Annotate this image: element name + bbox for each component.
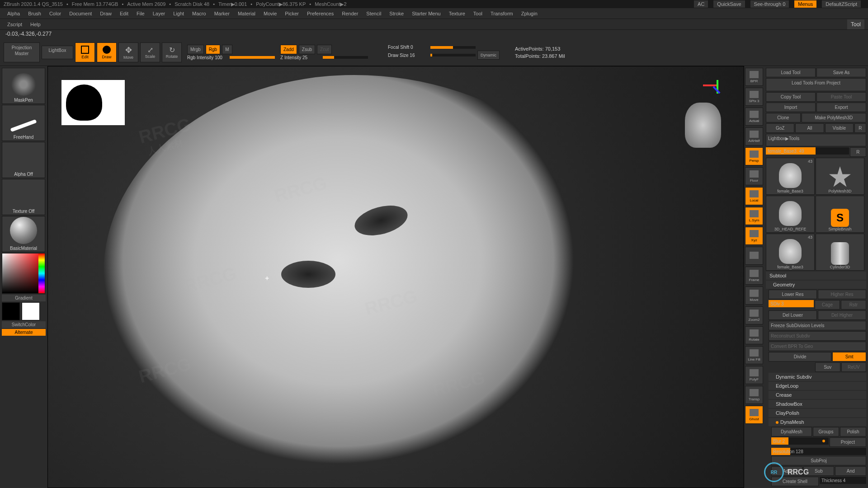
goz-r-button[interactable]: R [854,123,866,133]
crease-section[interactable]: Crease [769,391,866,399]
and-button[interactable]: And [835,466,866,476]
side-line-fill-button[interactable]: Line Fill [745,346,763,364]
axis-gizmo[interactable] [703,80,726,103]
lightbox-tools-button[interactable]: Lightbox▶Tools [766,134,866,147]
move-mode-button[interactable]: ✥Move [118,42,138,62]
side-frame-button[interactable]: Frame [745,267,763,285]
shadowbox-section[interactable]: ShadowBox [769,400,866,408]
z-intensity-slider[interactable] [323,56,368,59]
mrgb-button[interactable]: Mrgb [187,45,204,54]
switch-color-button[interactable]: SwitchColor [2,321,46,328]
groups-button[interactable]: Groups [813,427,839,436]
freeze-subd-button[interactable]: Freeze SubDivision Levels [769,321,866,330]
menu-zplugin[interactable]: Zplugin [518,9,541,18]
import-button[interactable]: Import [766,103,816,112]
menu-starter-menu[interactable]: Starter Menu [408,9,444,18]
menu-color[interactable]: Color [46,9,65,18]
draw-mode-button[interactable]: Draw [97,42,117,62]
dynamesh-section[interactable]: DynaMesh [769,418,866,426]
menu-tool[interactable]: Tool [470,9,486,18]
lightbox-button[interactable]: LightBox [42,46,73,59]
del-higher-button[interactable]: Del Higher [818,310,866,320]
menu-draw[interactable]: Draw [96,9,115,18]
tool-thumb-3d_head_refe[interactable]: 3D_HEAD_REFE [766,196,815,233]
side-bpr-button[interactable]: BPR [745,68,763,86]
menu-stencil[interactable]: Stencil [363,9,385,18]
menus-button[interactable]: Menus [794,0,816,8]
sdiv-slider[interactable]: SDiv 3 [769,300,814,307]
menu-light[interactable]: Light [170,9,188,18]
quicksave-button[interactable]: QuickSave [713,0,745,8]
secondary-color-swatch[interactable] [2,302,20,320]
clone-button[interactable]: Clone [766,113,801,122]
convert-bpr-button[interactable]: Convert BPR To Geo [769,342,866,351]
brush-selector[interactable]: MaskPen [2,68,45,104]
side-zoom2-button[interactable]: Zoom2 [745,306,763,324]
load-project-button[interactable]: Load Tools From Project [766,78,866,91]
suv-button[interactable]: Suv [815,362,840,372]
texture-selector[interactable]: Texture Off [2,179,45,215]
save-as-button[interactable]: Save As [816,68,866,77]
current-tool-slider[interactable]: female_Base3. 49 [766,147,849,155]
side-rotate-button[interactable]: Rotate [745,326,763,344]
projection-master-button[interactable]: Projection Master [4,42,40,62]
higher-res-button[interactable]: Higher Res [818,290,866,299]
menu-texture[interactable]: Texture [445,9,469,18]
cage-button[interactable]: Cage [815,300,840,310]
smt-button[interactable]: Smt [832,352,866,361]
load-tool-button[interactable]: Load Tool [766,68,816,77]
menu-marker[interactable]: Marker [211,9,233,18]
claypolish-section[interactable]: ClayPolish [769,409,866,417]
menu-macro[interactable]: Macro [189,9,210,18]
rotate-mode-button[interactable]: ↻Rotate [162,42,182,62]
goz-all-button[interactable]: All [795,123,824,133]
menu-help[interactable]: Help [27,20,44,29]
side-aahalf-button[interactable]: AAHalf [745,127,763,145]
dynamesh-button[interactable]: DynaMesh [771,427,812,436]
side-local-button[interactable]: Local [745,187,763,205]
viewport[interactable]: + RRCG RRCG RRCG RRCG RRCG RRCG 人人素材 [47,66,744,488]
menu-movie[interactable]: Movie [260,9,280,18]
copy-tool-button[interactable]: Copy Tool [766,92,816,102]
divide-button[interactable]: Divide [769,352,831,361]
side-ghost-button[interactable]: Ghost [745,406,763,424]
rgb-intensity-slider[interactable] [230,56,275,59]
side-move-button[interactable]: Move [745,286,763,305]
menu-edit[interactable]: Edit [116,9,132,18]
side-spix-3-button[interactable]: SPix 3 [745,88,763,106]
zsub-button[interactable]: Zsub [299,45,315,54]
default-zscript-button[interactable]: DefaultZScript [822,0,861,8]
goz-visible-button[interactable]: Visible [825,123,854,133]
del-lower-button[interactable]: Del Lower [769,310,817,320]
rgb-button[interactable]: Rgb [206,45,220,54]
side-l-sym-button[interactable]: L.Sym [745,207,763,225]
goz-button[interactable]: GoZ [766,123,794,133]
draw-size-slider[interactable] [430,54,476,56]
tool-thumb-female_base3[interactable]: 43female_Base3 [766,234,815,271]
stroke-selector[interactable]: FreeHand [2,105,45,141]
reconstruct-button[interactable]: Reconstruct Subdiv [769,331,866,341]
side-polyf-button[interactable]: PolyF [745,366,763,384]
menu-picker[interactable]: Picker [281,9,302,18]
reference-thumbnail[interactable] [61,80,125,125]
side-transp-button[interactable]: Transp [745,386,763,404]
menu-document[interactable]: Document [66,9,95,18]
menu-alpha[interactable]: Alpha [4,9,24,18]
menu-render[interactable]: Render [338,9,362,18]
dynamic-subdiv-section[interactable]: Dynamic Subdiv [769,373,866,381]
reuv-button[interactable]: ReUV [841,362,867,372]
color-picker[interactable] [2,253,45,294]
side-persp-button[interactable]: Persp [745,147,763,165]
menu-brush[interactable]: Brush [24,9,45,18]
blur-slider[interactable]: Blur 2 [771,437,829,445]
side-blank-button[interactable] [745,247,763,265]
tool-thumb-female_base3[interactable]: 43female_Base3 [766,158,815,195]
zcut-button[interactable]: Zcut [317,45,332,54]
project-button[interactable]: Project [830,437,866,447]
menu-file[interactable]: File [133,9,148,18]
menu-zscript[interactable]: Zscript [4,20,26,29]
alpha-selector[interactable]: Alpha Off [2,142,45,178]
head-orientation-gizmo[interactable] [685,103,721,148]
menu-stroke[interactable]: Stroke [386,9,407,18]
zadd-button[interactable]: Zadd [280,45,297,54]
